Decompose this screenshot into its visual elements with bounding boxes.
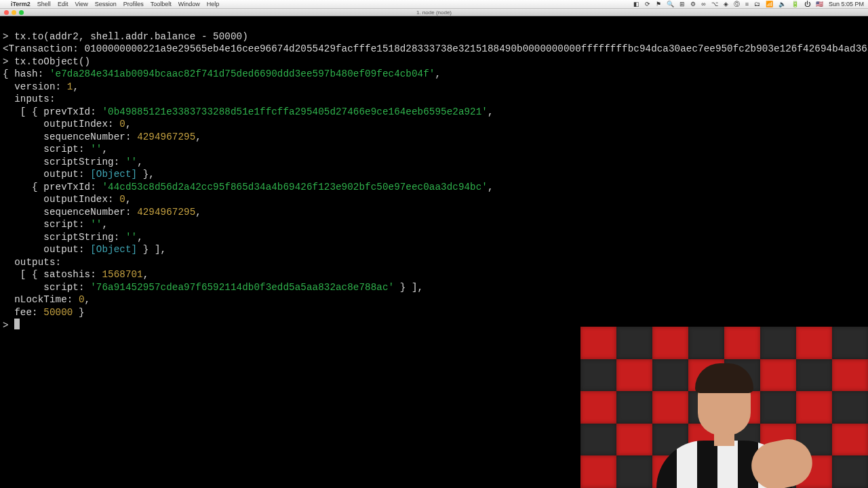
window-titlebar[interactable]: 1. node (node) xyxy=(0,9,868,16)
output-line: outputs: xyxy=(3,257,61,268)
output-line: nLockTime: xyxy=(3,294,79,305)
traffic-lights xyxy=(4,10,24,15)
scriptstr1: '' xyxy=(125,157,137,167)
status-icon[interactable]: ⚑ xyxy=(656,1,661,7)
window-title: 1. node (node) xyxy=(416,9,452,16)
flag-icon[interactable]: 🇺🇸 xyxy=(816,1,823,7)
output-line: <Transaction: 0100000000221a9e29565eb4e1… xyxy=(3,43,868,54)
status-icon[interactable]: ⚙ xyxy=(690,1,696,7)
prompt: > xyxy=(3,56,14,67)
seq2: 4294967295 xyxy=(137,207,195,218)
prompt: > xyxy=(3,31,14,42)
output-line: script: xyxy=(3,282,90,293)
menubar-right: ◧ ⟳ ⚑ 🔍 ⊞ ⚙ ∞ ⌥ ◈ Ⓠ ≡ 🗂 📶 🔈 🔋 ⏻ 🇺🇸 Sun 5… xyxy=(633,0,864,9)
output-line: version: xyxy=(3,81,67,92)
command-line: tx.toObject() xyxy=(14,56,90,67)
output-line: outputIndex: xyxy=(3,119,119,129)
command-line: tx.to(addr2, shell.addr.balance - 50000) xyxy=(14,31,248,42)
cursor-icon xyxy=(14,319,20,329)
menu-view[interactable]: View xyxy=(75,1,87,7)
menu-toolbelt[interactable]: Toolbelt xyxy=(151,1,172,7)
output-line: sequenceNumber: xyxy=(3,207,137,218)
app-name[interactable]: iTerm2 xyxy=(11,1,31,7)
object-tag: [Object] xyxy=(90,244,137,255)
output-line: scriptString: xyxy=(3,157,125,167)
power-icon[interactable]: ⏻ xyxy=(804,1,810,7)
output-line: fee: xyxy=(3,307,43,318)
status-icon[interactable]: Ⓠ xyxy=(734,0,740,9)
output-line: outputIndex: xyxy=(3,194,119,205)
macos-menubar: iTerm2 Shell Edit View Session Profiles … xyxy=(0,0,868,9)
status-icon[interactable]: 🔍 xyxy=(667,1,674,7)
seq1: 4294967295 xyxy=(137,131,195,142)
object-tag: [Object] xyxy=(90,169,137,180)
output-line: inputs: xyxy=(3,94,56,104)
menu-edit[interactable]: Edit xyxy=(58,1,68,7)
terminal-viewport[interactable]: > tx.to(addr2, shell.addr.balance - 5000… xyxy=(0,16,868,333)
status-icon[interactable]: ⊞ xyxy=(679,1,685,7)
output-line: scriptString: xyxy=(3,232,125,243)
satoshis-value: 1568701 xyxy=(102,269,142,280)
minimize-icon[interactable] xyxy=(12,10,16,15)
outscript-value: '76a91452957cdea97f6592114db0f3edd5a5aa8… xyxy=(90,282,394,293)
prevtxid2: '44cd53c8d56d2a42cc95f865d34a4b69426f123… xyxy=(102,182,488,192)
menu-window[interactable]: Window xyxy=(178,1,200,7)
scriptstr2: '' xyxy=(125,232,137,243)
status-icon[interactable]: ∞ xyxy=(701,1,705,7)
status-icon[interactable]: ◧ xyxy=(633,1,639,7)
prevtxid1: '0b49885121e3383733288d51e1ffcffa295405d… xyxy=(102,106,488,117)
close-icon[interactable] xyxy=(4,10,9,15)
menu-session[interactable]: Session xyxy=(95,1,117,7)
outidx2: 0 xyxy=(119,194,125,205)
script2: '' xyxy=(90,219,102,230)
output-line: { hash: xyxy=(3,68,50,79)
menu-help[interactable]: Help xyxy=(207,1,220,7)
output-line: script: xyxy=(3,144,90,155)
prompt: > xyxy=(3,320,14,331)
fee-value: 50000 xyxy=(43,307,73,318)
menu-profiles[interactable]: Profiles xyxy=(123,1,144,7)
wifi-icon[interactable]: 📶 xyxy=(766,1,773,7)
menu-shell[interactable]: Shell xyxy=(37,1,51,7)
status-icon[interactable]: 🗂 xyxy=(754,1,760,7)
output-line: output: xyxy=(3,244,90,255)
menubar-left: iTerm2 Shell Edit View Session Profiles … xyxy=(4,1,219,7)
menubar-clock[interactable]: Sun 5:05 PM xyxy=(829,1,864,7)
nlock-value: 0 xyxy=(79,294,85,305)
output-line: [ { prevTxId: xyxy=(3,106,102,117)
output-line: script: xyxy=(3,219,90,230)
status-icon[interactable]: ⌥ xyxy=(711,1,718,7)
output-line: [ { satoshis: xyxy=(3,269,102,280)
status-icon[interactable]: ≡ xyxy=(745,1,749,7)
presenter-figure xyxy=(643,359,806,488)
status-icon[interactable]: ◈ xyxy=(724,1,728,7)
script1: '' xyxy=(90,144,102,155)
output-line: { prevTxId: xyxy=(3,182,102,192)
battery-icon[interactable]: 🔋 xyxy=(791,1,799,7)
hash-value: 'e7da284e341ab0094bcaac82f741d75ded6690d… xyxy=(50,68,435,79)
volume-icon[interactable]: 🔈 xyxy=(778,1,786,7)
status-icon[interactable]: ⟳ xyxy=(645,1,650,7)
webcam-overlay xyxy=(580,327,868,488)
outidx1: 0 xyxy=(119,119,125,129)
output-line: sequenceNumber: xyxy=(3,131,137,142)
maximize-icon[interactable] xyxy=(19,10,24,15)
output-line: output: xyxy=(3,169,90,180)
